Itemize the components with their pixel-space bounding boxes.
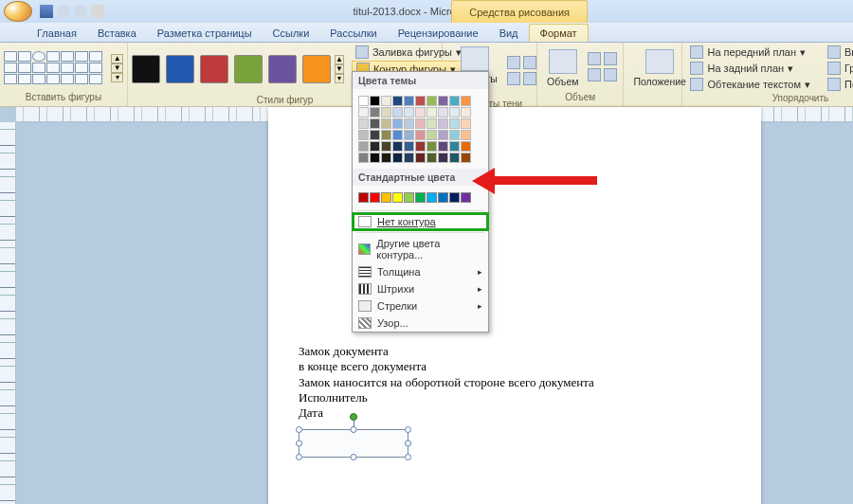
arrows-icon [358, 300, 372, 312]
cube-icon [549, 49, 577, 74]
dashes-icon [358, 283, 372, 295]
tab-format[interactable]: Формат [529, 24, 589, 42]
pattern-icon [358, 317, 372, 329]
style-swatch[interactable] [234, 55, 263, 83]
rotate-icon [827, 78, 841, 91]
3d-effects-button[interactable]: Объем [541, 47, 584, 89]
resize-handle-nw[interactable] [296, 426, 302, 433]
annotation-arrow [493, 176, 597, 185]
print-icon[interactable] [91, 5, 104, 18]
resize-handle-w[interactable] [296, 441, 302, 447]
tab-insert[interactable]: Вставка [87, 25, 147, 42]
style-swatch[interactable] [268, 55, 297, 83]
ribbon-tabs: Главная Вставка Разметка страницы Ссылки… [0, 23, 853, 43]
standard-colors-row[interactable] [358, 192, 482, 203]
office-button[interactable] [4, 1, 32, 22]
save-icon[interactable] [40, 5, 53, 18]
document-text: Замок документа в конце всего документа … [299, 344, 731, 421]
resize-handle-n[interactable] [351, 426, 357, 433]
shadow-icon [461, 46, 489, 71]
resize-handle-e[interactable] [405, 441, 411, 447]
resize-handle-s[interactable] [351, 454, 357, 460]
weight-icon [358, 266, 372, 278]
align-icon [827, 45, 841, 59]
text-wrap-button[interactable]: Обтекание текстом ▾ [686, 77, 814, 92]
align-button[interactable]: Выровнять [824, 45, 853, 60]
tab-mailings[interactable]: Рассылки [319, 25, 387, 42]
gallery-scroll[interactable]: ▲▼▾ [111, 54, 123, 82]
tab-review[interactable]: Рецензирование [388, 25, 489, 42]
group-icon [827, 62, 841, 75]
group-arrange: На передний план ▾ На задний план ▾ Обте… [682, 43, 853, 106]
contextual-tab-drawing-tools[interactable]: Средства рисования [451, 0, 588, 23]
undo-icon[interactable] [57, 5, 70, 18]
group-label: Упорядочить [686, 92, 853, 105]
selected-text-box[interactable] [299, 429, 408, 458]
shadow-nudge-down[interactable] [523, 72, 536, 85]
tab-home[interactable]: Главная [27, 25, 87, 42]
more-outline-colors-item[interactable]: Другие цвета контура... [353, 235, 488, 263]
group-insert-shapes: ▲▼▾ Вставить фигуры [0, 43, 128, 106]
3d-tilt-up[interactable] [588, 52, 601, 65]
shapes-gallery[interactable] [4, 51, 107, 84]
position-icon [645, 49, 674, 74]
outline-dashes-item[interactable]: Штрихи▸ [353, 280, 488, 297]
group-label [627, 91, 678, 104]
bucket-icon [355, 45, 369, 59]
send-to-back-button[interactable]: На задний план ▾ [686, 61, 814, 76]
tab-page-layout[interactable]: Разметка страницы [147, 25, 263, 42]
group-label: Вставить фигуры [4, 91, 123, 104]
group-label: Объем [541, 91, 619, 104]
3d-tilt-down[interactable] [604, 68, 617, 81]
bring-to-front-button[interactable]: На передний план ▾ [686, 45, 814, 60]
quick-access-toolbar [40, 5, 104, 18]
shape-outline-dropdown: Цвета темы Стандартные цвета Нет контура… [352, 71, 489, 333]
shadow-nudge-up[interactable] [507, 56, 520, 69]
vertical-ruler[interactable] [0, 122, 16, 504]
theme-colors-grid[interactable] [358, 96, 482, 163]
palette-icon [358, 243, 371, 255]
redo-icon[interactable] [74, 5, 87, 18]
outline-weight-item[interactable]: Толщина▸ [353, 263, 488, 280]
group-button[interactable]: Группировать [824, 61, 853, 76]
style-swatch[interactable] [302, 55, 331, 83]
rotate-button[interactable]: Повернуть [824, 77, 853, 92]
shadow-nudge-right[interactable] [523, 56, 536, 69]
window-title: titul-2013.docx - Microsoft Word [0, 6, 853, 17]
resize-handle-se[interactable] [405, 454, 411, 460]
tab-view[interactable]: Вид [489, 25, 529, 42]
group-3d: Объем Объем [537, 43, 624, 106]
outline-pattern-item[interactable]: Узор... [353, 315, 488, 332]
wrap-icon [690, 78, 703, 91]
shadow-nudge-left[interactable] [507, 72, 520, 85]
styles-more[interactable]: ▲▼▾ [335, 55, 344, 83]
back-icon [690, 62, 703, 75]
style-swatch[interactable] [166, 55, 194, 83]
no-outline-item[interactable]: Нет контура [353, 213, 488, 230]
resize-handle-ne[interactable] [405, 426, 411, 433]
group-position: Положение [624, 43, 682, 106]
tab-references[interactable]: Ссылки [263, 25, 320, 42]
title-bar: titul-2013.docx - Microsoft Word Средств… [0, 0, 853, 23]
3d-tilt-right[interactable] [604, 52, 617, 65]
resize-handle-sw[interactable] [296, 454, 302, 460]
3d-tilt-left[interactable] [588, 68, 601, 81]
front-icon [690, 45, 703, 59]
no-outline-icon [358, 216, 372, 227]
style-swatch[interactable] [200, 55, 228, 83]
standard-colors-header: Стандартные цвета [353, 169, 488, 186]
outline-arrows-item[interactable]: Стрелки▸ [353, 297, 488, 315]
theme-colors-header: Цвета темы [353, 72, 488, 89]
style-swatch[interactable] [132, 55, 160, 83]
